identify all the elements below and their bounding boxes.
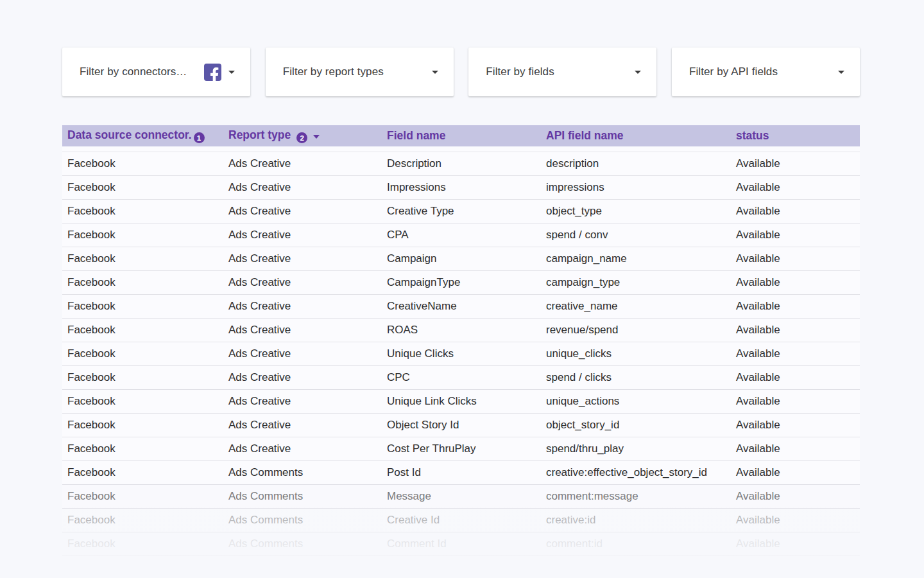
cell-connector: Facebook bbox=[62, 461, 223, 485]
cell-report_type: Ads Comments bbox=[223, 485, 382, 509]
cell-report_type: Ads Creative bbox=[223, 414, 382, 437]
cell-api_field_name: spend / clicks bbox=[541, 366, 731, 390]
cell-connector: Facebook bbox=[62, 390, 223, 414]
cell-connector: Facebook bbox=[62, 366, 223, 390]
cell-api_field_name: spend/thru_play bbox=[541, 437, 731, 461]
cell-report_type: Ads Creative bbox=[223, 366, 382, 390]
cell-status: Available bbox=[731, 176, 860, 200]
cell-status: Available bbox=[731, 295, 860, 319]
cell-field_name: Unique Clicks bbox=[382, 342, 541, 366]
cell-api_field_name: object_story_id bbox=[541, 414, 731, 437]
table-row: FacebookAds CommentsCreative Idcreative:… bbox=[62, 509, 860, 532]
cell-api_field_name: comment:message bbox=[541, 485, 731, 509]
cell-report_type: Ads Creative bbox=[223, 200, 382, 223]
filter-fields-label: Filter by fields bbox=[486, 66, 635, 78]
cell-api_field_name: revenue/spend bbox=[541, 319, 731, 342]
cell-api_field_name: description bbox=[541, 152, 731, 176]
table-header: Data source connector.1 Report type2 Fie… bbox=[62, 125, 860, 152]
cell-field_name: Post Id bbox=[382, 461, 541, 485]
cell-connector: Facebook bbox=[62, 176, 223, 200]
cell-report_type: Ads Creative bbox=[223, 295, 382, 319]
filter-api-fields-label: Filter by API fields bbox=[689, 66, 838, 78]
cell-connector: Facebook bbox=[62, 247, 223, 271]
table-row: FacebookAds CreativeCost Per ThruPlayspe… bbox=[62, 437, 860, 461]
cell-api_field_name: creative_name bbox=[541, 295, 731, 319]
cell-connector: Facebook bbox=[62, 319, 223, 342]
cell-field_name: Object Story Id bbox=[382, 414, 541, 437]
cell-field_name: ROAS bbox=[382, 319, 541, 342]
cell-field_name: Cost Per ThruPlay bbox=[382, 437, 541, 461]
cell-connector: Facebook bbox=[62, 152, 223, 176]
table-row: FacebookAds CreativeDescriptiondescripti… bbox=[62, 152, 860, 176]
cell-connector: Facebook bbox=[62, 437, 223, 461]
column-header-report-type[interactable]: Report type2 bbox=[223, 125, 382, 146]
cell-report_type: Ads Creative bbox=[223, 247, 382, 271]
filter-connectors-label: Filter by connectors… bbox=[80, 66, 204, 78]
table-body: FacebookAds CreativeDescriptiondescripti… bbox=[62, 152, 860, 556]
table-row: FacebookAds CreativeUnique Clicksunique_… bbox=[62, 342, 860, 366]
cell-field_name: Comment Id bbox=[382, 532, 541, 556]
cell-status: Available bbox=[731, 532, 860, 556]
table-row: FacebookAds CreativeCampaignTypecampaign… bbox=[62, 271, 860, 295]
filter-api-fields[interactable]: Filter by API fields bbox=[672, 48, 860, 96]
cell-status: Available bbox=[731, 366, 860, 390]
cell-field_name: Unique Link Clicks bbox=[382, 390, 541, 414]
table-row: FacebookAds CommentsPost Idcreative:effe… bbox=[62, 461, 860, 485]
sort-desc-icon bbox=[313, 135, 320, 139]
cell-status: Available bbox=[731, 485, 860, 509]
cell-api_field_name: campaign_name bbox=[541, 247, 731, 271]
table-row: FacebookAds CreativeUnique Link Clicksun… bbox=[62, 390, 860, 414]
cell-api_field_name: object_type bbox=[541, 200, 731, 223]
cell-report_type: Ads Creative bbox=[223, 319, 382, 342]
table-row: FacebookAds CommentsMessagecomment:messa… bbox=[62, 485, 860, 509]
cell-status: Available bbox=[731, 223, 860, 247]
cell-report_type: Ads Creative bbox=[223, 223, 382, 247]
info-badge-2: 2 bbox=[296, 132, 307, 143]
filter-fields[interactable]: Filter by fields bbox=[468, 48, 656, 96]
cell-status: Available bbox=[731, 509, 860, 532]
filter-report-types[interactable]: Filter by report types bbox=[266, 48, 454, 96]
cell-connector: Facebook bbox=[62, 200, 223, 223]
column-header-api-field-name[interactable]: API field name bbox=[541, 125, 731, 146]
column-header-field-name[interactable]: Field name bbox=[382, 125, 541, 146]
info-badge-1: 1 bbox=[194, 132, 205, 143]
cell-connector: Facebook bbox=[62, 223, 223, 247]
cell-api_field_name: creative:id bbox=[541, 509, 731, 532]
table-row: FacebookAds CreativeObject Story Idobjec… bbox=[62, 414, 860, 437]
cell-report_type: Ads Creative bbox=[223, 437, 382, 461]
chevron-down-icon bbox=[228, 71, 235, 74]
page: Filter by connectors… Filter by report t… bbox=[0, 0, 924, 578]
table-row: FacebookAds CommentsComment Idcomment:id… bbox=[62, 532, 860, 556]
cell-connector: Facebook bbox=[62, 295, 223, 319]
chevron-down-icon bbox=[432, 71, 438, 74]
cell-api_field_name: unique_actions bbox=[541, 390, 731, 414]
filter-connectors[interactable]: Filter by connectors… bbox=[62, 48, 250, 96]
cell-connector: Facebook bbox=[62, 271, 223, 295]
cell-connector: Facebook bbox=[62, 532, 223, 556]
cell-status: Available bbox=[731, 342, 860, 366]
cell-report_type: Ads Creative bbox=[223, 271, 382, 295]
cell-connector: Facebook bbox=[62, 342, 223, 366]
cell-api_field_name: spend / conv bbox=[541, 223, 731, 247]
cell-field_name: Campaign bbox=[382, 247, 541, 271]
cell-status: Available bbox=[731, 247, 860, 271]
cell-status: Available bbox=[731, 319, 860, 342]
column-header-status[interactable]: status bbox=[731, 125, 860, 146]
cell-api_field_name: impressions bbox=[541, 176, 731, 200]
cell-field_name: Creative Id bbox=[382, 509, 541, 532]
cell-connector: Facebook bbox=[62, 509, 223, 532]
cell-api_field_name: comment:id bbox=[541, 532, 731, 556]
cell-field_name: CampaignType bbox=[382, 271, 541, 295]
cell-field_name: CPC bbox=[382, 366, 541, 390]
table-row: FacebookAds CreativeCreativeNamecreative… bbox=[62, 295, 860, 319]
table-row: FacebookAds CreativeImpressionsimpressio… bbox=[62, 176, 860, 200]
cell-connector: Facebook bbox=[62, 485, 223, 509]
cell-field_name: CPA bbox=[382, 223, 541, 247]
facebook-icon bbox=[204, 64, 221, 81]
cell-status: Available bbox=[731, 414, 860, 437]
cell-field_name: Impressions bbox=[382, 176, 541, 200]
cell-api_field_name: campaign_type bbox=[541, 271, 731, 295]
column-header-connector[interactable]: Data source connector.1 bbox=[62, 125, 223, 146]
cell-status: Available bbox=[731, 390, 860, 414]
table-row: FacebookAds CreativeCPAspend / convAvail… bbox=[62, 223, 860, 247]
